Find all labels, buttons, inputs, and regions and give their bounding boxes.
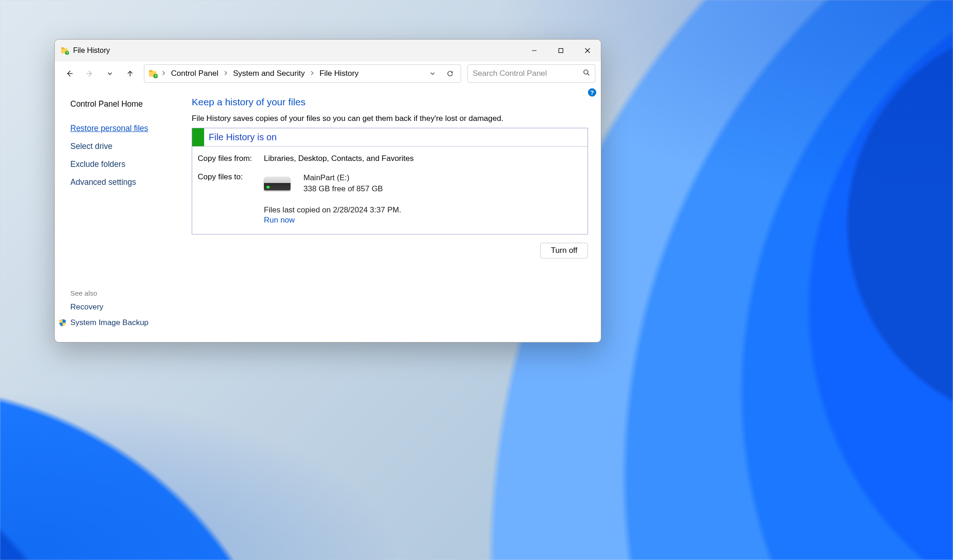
svg-point-10 bbox=[584, 70, 588, 74]
page-heading: Keep a history of your files bbox=[192, 97, 588, 108]
search-box[interactable] bbox=[468, 64, 595, 83]
chevron-right-icon[interactable] bbox=[161, 70, 166, 77]
toolbar: Control Panel System and Security File H… bbox=[55, 62, 601, 86]
file-history-window: File History bbox=[54, 39, 601, 343]
see-also-system-image-backup[interactable]: System Image Backup bbox=[58, 318, 192, 334]
help-button[interactable]: ? bbox=[588, 88, 596, 97]
sidebar-restore-personal-files[interactable]: Restore personal files bbox=[70, 121, 192, 139]
address-dropdown[interactable] bbox=[425, 66, 440, 81]
copy-to-label: Copy files to: bbox=[198, 172, 262, 225]
copy-from-label: Copy files from: bbox=[198, 154, 262, 163]
titlebar[interactable]: File History bbox=[55, 40, 601, 62]
svg-rect-1 bbox=[61, 47, 64, 49]
search-icon[interactable] bbox=[583, 69, 590, 78]
copy-from-value: Libraries, Desktop, Contacts, and Favori… bbox=[264, 154, 582, 163]
status-color-swatch bbox=[192, 128, 204, 146]
breadcrumb-file-history[interactable]: File History bbox=[317, 67, 361, 80]
drive-space: 338 GB free of 857 GB bbox=[303, 183, 383, 194]
last-copied-text: Files last copied on 2/28/2024 3:37 PM. bbox=[264, 206, 582, 215]
breadcrumb-system-security[interactable]: System and Security bbox=[230, 67, 308, 80]
see-also-system-image-backup-label: System Image Backup bbox=[70, 318, 148, 327]
status-title: File History is on bbox=[204, 132, 277, 143]
window-title: File History bbox=[73, 46, 110, 55]
address-icon bbox=[147, 69, 159, 78]
sidebar-advanced-settings[interactable]: Advanced settings bbox=[70, 175, 192, 193]
sidebar: Control Panel Home Restore personal file… bbox=[55, 86, 192, 342]
action-row: Turn off bbox=[192, 243, 588, 258]
see-also-recovery[interactable]: Recovery bbox=[70, 303, 192, 318]
window-body: ? Control Panel Home Restore personal fi… bbox=[55, 86, 601, 342]
chevron-right-icon[interactable] bbox=[223, 70, 228, 77]
maximize-button[interactable] bbox=[548, 40, 574, 62]
minimize-button[interactable] bbox=[521, 40, 548, 62]
refresh-button[interactable] bbox=[442, 66, 458, 81]
nav-back-button[interactable] bbox=[60, 64, 79, 83]
svg-line-11 bbox=[588, 74, 589, 75]
nav-recent-dropdown[interactable] bbox=[101, 64, 119, 83]
nav-up-button[interactable] bbox=[121, 64, 139, 83]
turn-off-button[interactable]: Turn off bbox=[540, 243, 588, 258]
nav-forward-button[interactable] bbox=[80, 64, 99, 83]
svg-rect-8 bbox=[149, 70, 153, 72]
copy-to-value: MainPart (E:) 338 GB free of 857 GB File… bbox=[264, 172, 582, 225]
status-header: File History is on bbox=[192, 128, 588, 147]
content-area: Keep a history of your files File Histor… bbox=[192, 86, 601, 342]
svg-rect-4 bbox=[559, 49, 563, 53]
see-also-label: See also bbox=[70, 289, 192, 303]
breadcrumb-control-panel[interactable]: Control Panel bbox=[168, 67, 221, 80]
sidebar-select-drive[interactable]: Select drive bbox=[70, 139, 192, 157]
page-description: File History saves copies of your files … bbox=[192, 114, 588, 123]
drive-icon bbox=[264, 177, 291, 190]
status-panel: File History is on Copy files from: Libr… bbox=[192, 128, 588, 234]
search-input[interactable] bbox=[473, 69, 583, 78]
drive-name: MainPart (E:) bbox=[303, 172, 383, 183]
sidebar-control-panel-home[interactable]: Control Panel Home bbox=[70, 97, 192, 121]
chevron-right-icon[interactable] bbox=[309, 70, 315, 77]
run-now-link[interactable]: Run now bbox=[264, 216, 582, 225]
shield-icon bbox=[58, 319, 67, 327]
app-icon bbox=[60, 46, 69, 55]
close-button[interactable] bbox=[574, 40, 601, 62]
sidebar-exclude-folders[interactable]: Exclude folders bbox=[70, 157, 192, 175]
address-bar[interactable]: Control Panel System and Security File H… bbox=[144, 64, 461, 83]
see-also-recovery-label: Recovery bbox=[70, 303, 103, 312]
